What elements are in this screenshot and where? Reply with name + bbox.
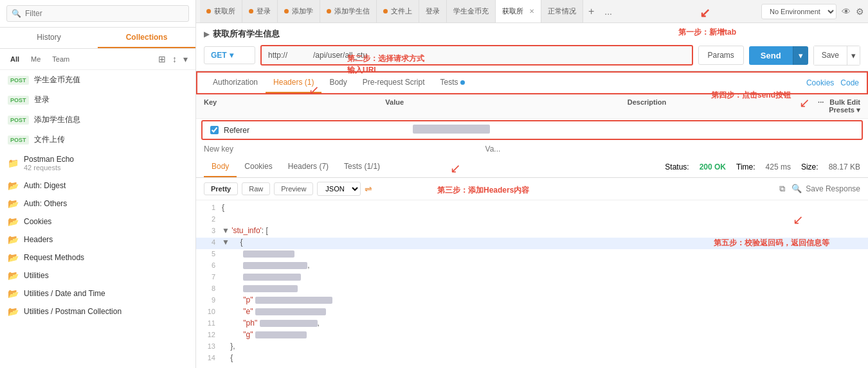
more-tabs-button[interactable]: ... [599,6,617,17]
folder-label-auth-others: Auth: Others [24,199,67,208]
filter-tag-all[interactable]: All [6,54,23,64]
folder-icon-utilities-date: 📂 [8,288,19,299]
req-tab-body[interactable]: Body [321,73,354,93]
sidebar-item-0[interactable]: POST 学生金币充值 [0,70,195,90]
wrap-icon[interactable]: ⇌ [365,184,372,194]
environment-select[interactable]: No Environment [761,4,836,19]
method-select[interactable]: GET ▾ [204,46,255,64]
settings-icon[interactable]: ⚙ [856,6,864,17]
save-response-button[interactable]: Save Response [806,184,860,193]
env-icons: 👁 ⚙ [842,6,864,17]
code-link[interactable]: Code [840,78,859,87]
req-tab-auth[interactable]: Authorization [205,73,266,93]
expand-arrow[interactable]: ▶ [204,30,209,39]
header-checkbox-0[interactable] [210,126,219,134]
search-input[interactable] [6,5,189,22]
tab-label-3: 添加学生信 [334,6,370,16]
folder-icon-auth-digest: 📂 [8,180,19,191]
tab-8[interactable]: 正常情况 [541,0,583,23]
tab-dot-3 [327,9,331,13]
response-format-bar: Pretty Raw Preview JSON ⇌ ⧉ 🔍 Save Respo… [196,178,868,200]
code-line-13: 13 }, [196,342,868,353]
sidebar-folder-headers[interactable]: 📂 Headers [0,231,195,249]
format-pretty-button[interactable]: Pretty [204,182,238,195]
format-type-select[interactable]: JSON [317,182,361,196]
save-btn-group: Save ▾ [813,46,860,66]
sidebar-item-1[interactable]: POST 登录 [0,90,195,110]
eye-icon[interactable]: 👁 [842,6,851,17]
folder-icon-utilities: 📂 [8,270,19,281]
resp-tab-headers[interactable]: Headers (7) [280,157,336,177]
tab-2[interactable]: 添加学 [278,0,320,23]
folder-label-request-methods: Request Methods [24,253,84,262]
section-count-postman-echo: 42 requests [24,164,74,171]
tab-close-7[interactable]: ✕ [529,8,534,15]
sidebar-tab-history[interactable]: History [0,28,98,48]
new-collection-button[interactable]: ⊞ [157,53,167,66]
folder-icon-utilities-postman: 📂 [8,306,19,317]
sidebar-folder-request-methods[interactable]: 📂 Request Methods [0,249,195,267]
tab-label-0: 获取所 [214,6,235,16]
filter-tag-team[interactable]: Team [48,54,73,64]
sidebar-folder-cookies[interactable]: 📂 Cookies [0,213,195,231]
tab-1[interactable]: 登录 [242,0,278,23]
new-value-input[interactable] [485,145,860,153]
save-button[interactable]: Save [813,46,847,66]
col-header-desc: Description [628,98,809,114]
format-raw-button[interactable]: Raw [242,182,270,195]
req-tab-pre-request[interactable]: Pre-request Script [355,73,433,93]
sidebar-folder-utilities-date[interactable]: 📂 Utilities / Date and Time [0,285,195,302]
new-key-input[interactable] [204,145,485,153]
sidebar-folder-utilities[interactable]: 📂 Utilities [0,267,195,285]
cookies-link[interactable]: Cookies [806,78,834,87]
req-tab-tests[interactable]: Tests [432,73,473,93]
tab-4[interactable]: 文件上 [377,0,419,23]
params-button[interactable]: Params [698,46,744,65]
tab-0[interactable]: 获取所 [200,0,242,23]
sidebar-item-3[interactable]: POST 文件上传 [0,130,195,150]
copy-icon[interactable]: ⧉ [779,184,785,194]
save-dropdown-button[interactable]: ▾ [847,46,860,66]
code-line-9: 9 "p" [196,295,868,307]
filter-tag-me[interactable]: Me [27,54,44,64]
presets-button[interactable]: Presets [829,106,854,114]
response-tabs-bar: Body Cookies Headers (7) Tests (1/1) Sta… [196,157,868,178]
sort-button[interactable]: ↕ [171,53,178,66]
header-key-0: Referer [224,126,413,135]
more-icon[interactable]: ··· [818,98,824,106]
send-dropdown-button[interactable]: ▾ [793,46,808,65]
url-input[interactable] [260,45,693,66]
sidebar-folder-auth-others[interactable]: 📂 Auth: Others [0,195,195,213]
bulk-edit-button[interactable]: Bulk Edit [829,98,860,106]
resp-tab-body[interactable]: Body [204,157,237,177]
tab-6[interactable]: 学生金币充 [447,0,496,23]
sidebar-folder-auth-digest[interactable]: 📂 Auth: Digest [0,177,195,195]
resp-tab-cookies[interactable]: Cookies [237,157,280,177]
sidebar-item-2[interactable]: POST 添加学生信息 [0,110,195,130]
search-response-icon[interactable]: 🔍 [791,184,802,194]
tab-dot-4 [383,9,388,13]
tab-3[interactable]: 添加学生信 [320,0,377,23]
sidebar-tab-collections[interactable]: Collections [98,28,195,48]
headers-table: Key Value Description ··· Bulk Edit Pres… [196,94,868,157]
sidebar-folder-utilities-postman[interactable]: 📂 Utilities / Postman Collection [0,302,195,320]
resp-tab-tests[interactable]: Tests (1/1) [336,157,388,177]
code-line-4: 4 ▼ { [196,238,868,249]
add-tab-button[interactable]: + [583,6,599,17]
code-line-5: 5 [196,249,868,261]
send-button[interactable]: Send [749,46,793,65]
method-label: GET [211,51,227,60]
tab-5[interactable]: 登录 [419,0,447,23]
req-tab-headers[interactable]: Headers (1) [266,73,321,93]
code-line-6: 6 , [196,261,868,272]
presets-dropdown-icon[interactable]: ▾ [856,106,860,114]
sidebar-section-postman-echo[interactable]: 📁 Postman Echo 42 requests [0,150,195,177]
tab-7[interactable]: 获取所 ✕ [496,0,541,23]
format-preview-button[interactable]: Preview [274,182,313,195]
folder-label-auth-digest: Auth: Digest [24,181,66,190]
header-row-0: Referer [201,120,863,140]
section-label-postman-echo: Postman Echo [24,155,74,164]
request-tabs: Authorization Headers (1) Body Pre-reque… [196,71,868,94]
code-line-10: 10 "e" [196,307,868,319]
filter-dropdown-button[interactable]: ▾ [182,53,189,66]
